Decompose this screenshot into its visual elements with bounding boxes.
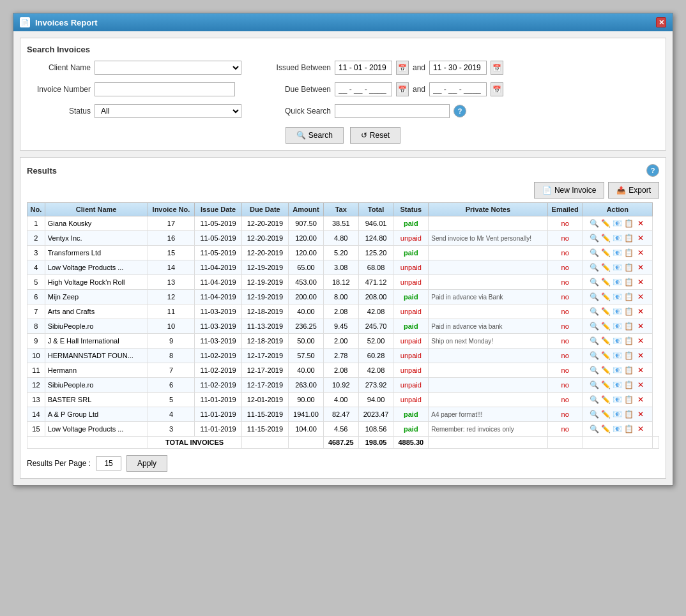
cell-total: 245.70 (358, 319, 393, 334)
email-icon[interactable]: 📧 (613, 365, 623, 375)
delete-icon[interactable]: ✕ (636, 262, 646, 273)
search-button[interactable]: 🔍 Search (286, 127, 344, 144)
copy-icon[interactable]: 📋 (624, 292, 634, 302)
view-icon[interactable]: 🔍 (590, 350, 600, 361)
table-row: 7 Arts and Crafts 11 11-03-2019 12-18-20… (27, 304, 659, 319)
email-icon[interactable]: 📧 (613, 218, 623, 229)
view-icon[interactable]: 🔍 (590, 365, 600, 375)
issued-from-calendar-button[interactable]: 📅 (396, 61, 409, 75)
email-icon[interactable]: 📧 (613, 409, 623, 419)
email-icon[interactable]: 📧 (613, 262, 623, 273)
view-icon[interactable]: 🔍 (590, 394, 600, 405)
copy-icon[interactable]: 📋 (624, 380, 634, 390)
edit-icon[interactable]: ✏️ (601, 424, 611, 434)
view-icon[interactable]: 🔍 (590, 292, 600, 302)
apply-button[interactable]: Apply (126, 455, 167, 472)
delete-icon[interactable]: ✕ (636, 424, 646, 434)
delete-icon[interactable]: ✕ (636, 350, 646, 361)
view-icon[interactable]: 🔍 (590, 424, 600, 434)
due-to-calendar-button[interactable]: 📅 (491, 82, 503, 96)
edit-icon[interactable]: ✏️ (601, 233, 611, 243)
copy-icon[interactable]: 📋 (624, 262, 634, 273)
view-icon[interactable]: 🔍 (590, 248, 600, 258)
delete-icon[interactable]: ✕ (636, 233, 646, 243)
edit-icon[interactable]: ✏️ (601, 380, 611, 390)
delete-icon[interactable]: ✕ (636, 380, 646, 390)
copy-icon[interactable]: 📋 (624, 306, 634, 317)
delete-icon[interactable]: ✕ (636, 409, 646, 419)
view-icon[interactable]: 🔍 (590, 380, 600, 390)
results-help-button[interactable]: ? (646, 164, 659, 177)
quick-search-help-button[interactable]: ? (454, 105, 466, 117)
delete-icon[interactable]: ✕ (636, 365, 646, 375)
delete-icon[interactable]: ✕ (636, 306, 646, 317)
quick-search-input[interactable] (335, 104, 450, 118)
email-icon[interactable]: 📧 (613, 277, 623, 287)
copy-icon[interactable]: 📋 (624, 350, 634, 361)
copy-icon[interactable]: 📋 (624, 409, 634, 419)
new-invoice-button[interactable]: 📄 New Invoice (534, 182, 604, 199)
email-icon[interactable]: 📧 (613, 350, 623, 361)
delete-icon[interactable]: ✕ (636, 277, 646, 287)
export-button[interactable]: 📤 Export (608, 182, 659, 199)
cell-due-date: 12-18-2019 (241, 334, 288, 349)
due-from-calendar-button[interactable]: 📅 (396, 82, 409, 96)
delete-icon[interactable]: ✕ (636, 321, 646, 331)
copy-icon[interactable]: 📋 (624, 233, 634, 243)
issued-to-calendar-button[interactable]: 📅 (491, 61, 503, 75)
email-icon[interactable]: 📧 (613, 233, 623, 243)
close-button[interactable]: ✕ (656, 17, 666, 27)
copy-icon[interactable]: 📋 (624, 321, 634, 331)
copy-icon[interactable]: 📋 (624, 336, 634, 346)
reset-button[interactable]: ↺ Reset (350, 127, 400, 144)
email-icon[interactable]: 📧 (613, 394, 623, 405)
view-icon[interactable]: 🔍 (590, 306, 600, 317)
copy-icon[interactable]: 📋 (624, 277, 634, 287)
client-name-select[interactable] (95, 61, 241, 75)
email-icon[interactable]: 📧 (613, 424, 623, 434)
issued-to-input[interactable] (429, 61, 487, 75)
due-to-input[interactable] (429, 82, 487, 96)
edit-icon[interactable]: ✏️ (601, 350, 611, 361)
email-icon[interactable]: 📧 (613, 306, 623, 317)
copy-icon[interactable]: 📋 (624, 248, 634, 258)
delete-icon[interactable]: ✕ (636, 248, 646, 258)
delete-icon[interactable]: ✕ (636, 292, 646, 302)
view-icon[interactable]: 🔍 (590, 409, 600, 419)
delete-icon[interactable]: ✕ (636, 336, 646, 346)
email-icon[interactable]: 📧 (613, 292, 623, 302)
edit-icon[interactable]: ✏️ (601, 262, 611, 273)
view-icon[interactable]: 🔍 (590, 336, 600, 346)
edit-icon[interactable]: ✏️ (601, 277, 611, 287)
view-icon[interactable]: 🔍 (590, 262, 600, 273)
view-icon[interactable]: 🔍 (590, 321, 600, 331)
email-icon[interactable]: 📧 (613, 248, 623, 258)
delete-icon[interactable]: ✕ (636, 218, 646, 229)
edit-icon[interactable]: ✏️ (601, 292, 611, 302)
view-icon[interactable]: 🔍 (590, 277, 600, 287)
col-private-notes: Private Notes (429, 203, 547, 216)
edit-icon[interactable]: ✏️ (601, 321, 611, 331)
view-icon[interactable]: 🔍 (590, 218, 600, 229)
copy-icon[interactable]: 📋 (624, 218, 634, 229)
status-select[interactable]: All (95, 104, 241, 118)
edit-icon[interactable]: ✏️ (601, 409, 611, 419)
copy-icon[interactable]: 📋 (624, 424, 634, 434)
invoice-number-input[interactable] (95, 82, 235, 96)
due-from-input[interactable] (335, 82, 392, 96)
edit-icon[interactable]: ✏️ (601, 336, 611, 346)
view-icon[interactable]: 🔍 (590, 233, 600, 243)
email-icon[interactable]: 📧 (613, 336, 623, 346)
copy-icon[interactable]: 📋 (624, 394, 634, 405)
edit-icon[interactable]: ✏️ (601, 365, 611, 375)
copy-icon[interactable]: 📋 (624, 365, 634, 375)
email-icon[interactable]: 📧 (613, 321, 623, 331)
email-icon[interactable]: 📧 (613, 380, 623, 390)
edit-icon[interactable]: ✏️ (601, 394, 611, 405)
edit-icon[interactable]: ✏️ (601, 218, 611, 229)
delete-icon[interactable]: ✕ (636, 394, 646, 405)
issued-from-input[interactable] (335, 61, 392, 75)
edit-icon[interactable]: ✏️ (601, 248, 611, 258)
edit-icon[interactable]: ✏️ (601, 306, 611, 317)
results-per-page-input[interactable] (96, 456, 121, 470)
